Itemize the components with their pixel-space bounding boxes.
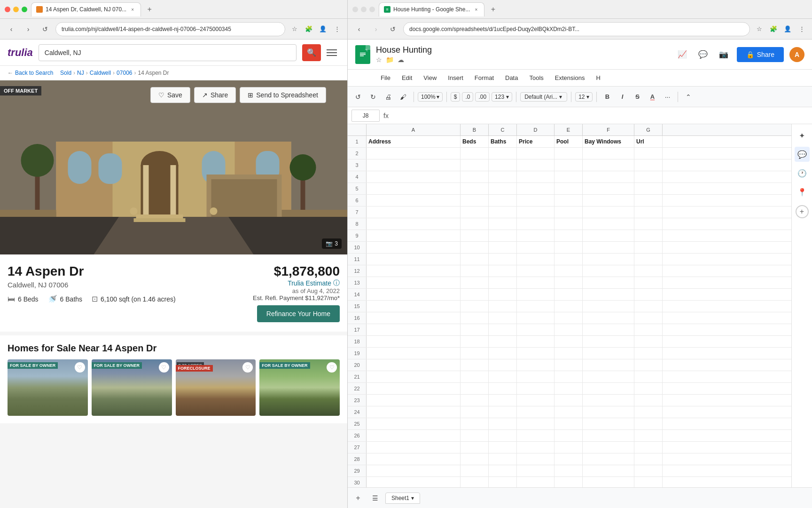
cell-e15[interactable] xyxy=(554,301,583,312)
cell-c11[interactable] xyxy=(489,254,517,265)
cell-g11[interactable] xyxy=(634,254,663,265)
cell-f26[interactable] xyxy=(583,430,634,441)
menu-extensions[interactable]: Extensions xyxy=(550,72,590,83)
cell-a28[interactable] xyxy=(367,453,461,465)
home-heart-1[interactable]: ♡ xyxy=(75,362,85,373)
cell-a21[interactable] xyxy=(367,371,461,382)
row-num-29[interactable]: 29 xyxy=(348,465,367,476)
camera-alt-icon[interactable]: 📷 xyxy=(716,47,731,62)
cell-g18[interactable] xyxy=(634,336,663,347)
cell-a12[interactable] xyxy=(367,265,461,277)
right-extension-icon[interactable]: 🧩 xyxy=(768,24,779,35)
cell-g7[interactable] xyxy=(634,206,663,218)
address-bar[interactable]: trulia.com/p/nj/caldwell/14-aspen-dr-cal… xyxy=(55,22,285,36)
cell-e29[interactable] xyxy=(554,465,583,476)
cell-e18[interactable] xyxy=(554,336,583,347)
bold-button[interactable]: B xyxy=(601,90,614,103)
folder-icon[interactable]: 📁 xyxy=(386,56,394,64)
cell-e17[interactable] xyxy=(554,324,583,335)
cell-c10[interactable] xyxy=(489,242,517,253)
cell-b3[interactable] xyxy=(461,159,489,171)
cell-c2[interactable] xyxy=(489,148,517,159)
cell-f4[interactable] xyxy=(583,171,634,183)
cell-b20[interactable] xyxy=(461,359,489,371)
cell-b16[interactable] xyxy=(461,312,489,324)
cell-d19[interactable] xyxy=(517,348,554,359)
undo-button[interactable]: ↺ xyxy=(351,90,365,103)
cell-b17[interactable] xyxy=(461,324,489,335)
row-num-6[interactable]: 6 xyxy=(348,195,367,206)
cell-g2[interactable] xyxy=(634,148,663,159)
cell-a26[interactable] xyxy=(367,430,461,441)
cell-d4[interactable] xyxy=(517,171,554,183)
comment-icon[interactable]: 💬 xyxy=(695,47,710,62)
right-menu-dots-icon[interactable]: ⋮ xyxy=(796,24,807,35)
row-num-24[interactable]: 24 xyxy=(348,406,367,418)
cell-a1[interactable]: Address xyxy=(367,136,461,147)
cell-e14[interactable] xyxy=(554,289,583,300)
cell-c29[interactable] xyxy=(489,465,517,476)
star-icon[interactable]: ☆ xyxy=(376,56,382,64)
row-num-30[interactable]: 30 xyxy=(348,477,367,487)
col-header-g[interactable]: G xyxy=(634,124,663,135)
row-num-20[interactable]: 20 xyxy=(348,359,367,371)
cell-a9[interactable] xyxy=(367,230,461,241)
cell-g25[interactable] xyxy=(634,418,663,429)
cell-c6[interactable] xyxy=(489,195,517,206)
cell-e22[interactable] xyxy=(554,383,583,394)
row-num-25[interactable]: 25 xyxy=(348,418,367,429)
cell-c3[interactable] xyxy=(489,159,517,171)
row-num-18[interactable]: 18 xyxy=(348,336,367,347)
cell-a7[interactable] xyxy=(367,206,461,218)
cell-g6[interactable] xyxy=(634,195,663,206)
save-button[interactable]: ♡ Save xyxy=(150,87,190,103)
cell-d29[interactable] xyxy=(517,465,554,476)
row-num-8[interactable]: 8 xyxy=(348,218,367,230)
cell-c27[interactable] xyxy=(489,442,517,453)
cell-b28[interactable] xyxy=(461,453,489,465)
nearby-home-1[interactable]: FOR SALE BY OWNER ♡ xyxy=(8,359,88,416)
col-header-c[interactable]: C xyxy=(489,124,517,135)
location-search-bar[interactable]: Caldwell, NJ xyxy=(39,44,297,61)
menu-dots-icon[interactable]: ⋮ xyxy=(331,24,343,35)
cell-e30[interactable] xyxy=(554,477,583,487)
cell-d6[interactable] xyxy=(517,195,554,206)
cell-e11[interactable] xyxy=(554,254,583,265)
row-num-27[interactable]: 27 xyxy=(348,442,367,453)
cell-g14[interactable] xyxy=(634,289,663,300)
zoom-control[interactable]: 100% ▾ xyxy=(418,92,443,102)
sheets-list-button[interactable]: ☰ xyxy=(368,492,382,505)
row-num-2[interactable]: 2 xyxy=(348,148,367,159)
cell-c14[interactable] xyxy=(489,289,517,300)
right-minimize[interactable] xyxy=(361,7,367,12)
nearby-home-4[interactable]: FOR SALE BY OWNER ♡ xyxy=(259,359,340,416)
cell-e24[interactable] xyxy=(554,406,583,418)
cell-g22[interactable] xyxy=(634,383,663,394)
cell-d8[interactable] xyxy=(517,218,554,230)
font-selector[interactable]: Default (Ari... ▾ xyxy=(520,92,567,102)
search-button[interactable]: 🔍 xyxy=(302,44,321,61)
cell-g27[interactable] xyxy=(634,442,663,453)
reload-button[interactable]: ↺ xyxy=(39,23,52,36)
cell-c24[interactable] xyxy=(489,406,517,418)
cell-e27[interactable] xyxy=(554,442,583,453)
cell-f10[interactable] xyxy=(583,242,634,253)
cell-d20[interactable] xyxy=(517,359,554,371)
cell-b11[interactable] xyxy=(461,254,489,265)
home-heart-2[interactable]: ♡ xyxy=(159,362,169,373)
row-num-14[interactable]: 14 xyxy=(348,289,367,300)
cell-f27[interactable] xyxy=(583,442,634,453)
row-num-16[interactable]: 16 xyxy=(348,312,367,324)
cell-a10[interactable] xyxy=(367,242,461,253)
breadcrumb-zip[interactable]: 07006 xyxy=(117,70,132,76)
cell-g26[interactable] xyxy=(634,430,663,441)
menu-file[interactable]: File xyxy=(376,72,395,83)
row-num-5[interactable]: 5 xyxy=(348,183,367,194)
row-num-1[interactable]: 1 xyxy=(348,136,367,147)
cell-e8[interactable] xyxy=(554,218,583,230)
cell-e21[interactable] xyxy=(554,371,583,382)
cell-b18[interactable] xyxy=(461,336,489,347)
cell-b25[interactable] xyxy=(461,418,489,429)
cell-g28[interactable] xyxy=(634,453,663,465)
cell-d28[interactable] xyxy=(517,453,554,465)
